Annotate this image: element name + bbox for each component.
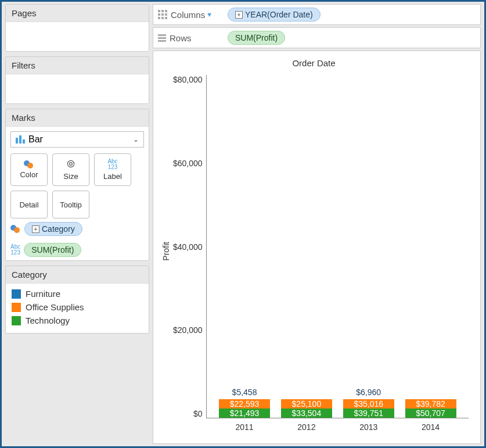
rows-icon [158,34,166,42]
label-button[interactable]: Abc123 Label [94,153,131,186]
bar-label: $5,458 [219,388,270,397]
y-axis-label: Profit [159,242,173,261]
color-icon [24,160,34,169]
bar-segment-technology[interactable]: $50,707 [405,408,456,418]
label-encoding-pill[interactable]: SUM(Profit) [24,243,81,257]
svg-point-1 [70,162,73,165]
category-legend-header: Category [6,266,149,284]
label-encoding-icon: Abc123 [10,244,20,256]
marks-card: Marks Bar ⌄ Color Size Abc123 Label [5,109,149,261]
detail-button[interactable]: Detail [10,191,48,218]
chart-plot[interactable]: $21,493$22,593$5,458$33,504$25,100$39,75… [206,75,469,418]
legend-item-furniture[interactable]: Furniture [12,287,143,300]
bar-2011[interactable]: $21,493$22,593$5,458 [219,399,270,418]
bar-segment-office-supplies[interactable]: $25,100 [281,399,332,408]
bar-2013[interactable]: $39,751$35,016$6,960 [343,399,394,418]
chevron-down-icon: ⌄ [133,135,139,144]
filters-shelf[interactable] [6,74,149,103]
color-encoding-pill[interactable]: + Category [24,222,82,236]
columns-pill[interactable]: + YEAR(Order Date) [228,8,321,21]
bar-segment-office-supplies[interactable]: $35,016 [343,399,394,408]
marks-type-select[interactable]: Bar ⌄ [10,131,144,148]
pages-shelf[interactable] [6,22,149,51]
tooltip-button[interactable]: Tooltip [52,191,89,218]
columns-dropdown-icon[interactable]: ▼ [206,11,213,18]
filters-header: Filters [6,57,149,74]
marks-type-value: Bar [28,134,43,145]
svg-point-0 [67,160,74,167]
swatch-green [12,316,21,325]
color-button[interactable]: Color [10,153,48,186]
size-button[interactable]: Size [52,153,89,186]
color-encoding-icon [10,225,21,233]
swatch-orange [12,303,21,312]
columns-icon [158,10,167,19]
label-icon: Abc123 [107,159,117,170]
filters-card: Filters [5,56,149,104]
expand-icon: + [32,225,39,233]
bar-segment-office-supplies[interactable]: $22,593 [219,399,270,408]
bar-segment-technology[interactable]: $33,504 [281,408,332,418]
y-axis-ticks: $80,000 $60,000 $40,000 $20,000 $0 [173,70,206,432]
bar-segment-office-supplies[interactable]: $39,782 [405,399,456,408]
x-axis-ticks: 2011 2012 2013 2014 [207,422,469,432]
bar-segment-technology[interactable]: $21,493 [219,408,270,418]
swatch-blue [12,289,21,299]
marks-header: Marks [6,109,149,127]
chart-area: Order Date Profit $80,000 $60,000 $40,00… [153,51,481,444]
columns-shelf[interactable]: Columns ▼ + YEAR(Order Date) [153,4,481,25]
size-icon [66,159,75,170]
bar-segment-technology[interactable]: $39,751 [343,408,394,418]
rows-pill[interactable]: SUM(Profit) [228,31,285,45]
bar-2014[interactable]: $50,707$39,782 [405,399,456,418]
legend-item-office-supplies[interactable]: Office Supplies [12,300,143,314]
rows-shelf[interactable]: Rows SUM(Profit) [153,27,481,48]
expand-icon: + [235,11,243,19]
bar-chart-icon [16,135,25,144]
legend-item-technology[interactable]: Technology [12,314,143,327]
pages-card: Pages [5,4,149,52]
bar-label: $6,960 [343,388,394,397]
category-legend-card: Category Furniture Office Supplies Techn… [5,266,149,334]
bar-2012[interactable]: $33,504$25,100 [281,399,332,418]
pages-header: Pages [6,5,149,22]
right-panel: Columns ▼ + YEAR(Order Date) Rows SUM(Pr… [153,2,484,446]
chart-title: Order Date [159,58,469,68]
left-sidebar: Pages Filters Marks Bar ⌄ Color Size [2,2,153,446]
